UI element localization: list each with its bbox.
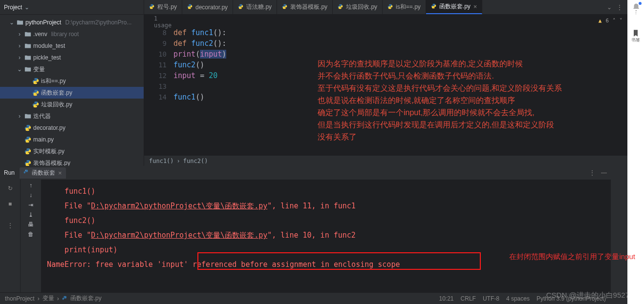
rerun-icon[interactable]: ↻ bbox=[4, 182, 17, 195]
tree-item[interactable]: ›迭代器 bbox=[0, 110, 144, 122]
close-icon[interactable]: × bbox=[473, 3, 477, 10]
scroll-end-icon[interactable]: ⤓ bbox=[28, 211, 33, 218]
run-label: Run bbox=[4, 169, 15, 176]
folder-icon bbox=[17, 19, 23, 26]
chevron-up-icon[interactable]: ˄ bbox=[613, 18, 616, 24]
annotation-2: 在封闭范围内赋值之前引用了变量input bbox=[509, 252, 635, 262]
crumb-sep: › bbox=[177, 158, 180, 164]
tree-label: is和==.py bbox=[41, 77, 66, 85]
tree-item[interactable]: decorator.py bbox=[0, 122, 144, 134]
down-icon[interactable]: ↓ bbox=[29, 192, 32, 199]
tree-item[interactable]: ›module_test bbox=[0, 40, 144, 52]
tree-item[interactable]: 装饰器模板.py bbox=[0, 157, 144, 166]
status-path-2[interactable]: 函数嵌套.py bbox=[70, 294, 102, 303]
editor-tab[interactable]: 垃圾回收.py bbox=[333, 0, 383, 14]
python-icon bbox=[238, 4, 243, 11]
project-tool-header[interactable]: Project ⌄ bbox=[0, 0, 144, 15]
editor-tab[interactable]: 语法糖.py bbox=[233, 0, 277, 14]
project-title: Project bbox=[4, 4, 22, 11]
console-line: File "D:\pycharm2\pythonProject\变量\函数嵌套.… bbox=[47, 199, 605, 213]
python-icon bbox=[24, 160, 31, 166]
chevron-down-icon[interactable]: ⌄ bbox=[607, 4, 612, 11]
caret-pos[interactable]: 10:21 bbox=[439, 295, 454, 302]
crumb-sep: › bbox=[38, 295, 40, 302]
chevron-right-icon: › bbox=[17, 54, 22, 61]
tree-label: 迭代器 bbox=[33, 112, 51, 121]
tree-item[interactable]: ⌄变量 bbox=[0, 63, 144, 75]
project-tree: ⌄ pythonProject D:\pycharm2\pythonPro...… bbox=[0, 15, 144, 166]
run-side-toolbar-2: ↑ ↓ ⇥ ⤓ 🖶 🗑 bbox=[21, 166, 41, 293]
status-bar: thonProject › 变量 › 函数嵌套.py 10:21 CRLF UT… bbox=[0, 292, 611, 304]
folder-icon bbox=[24, 54, 31, 61]
soft-wrap-icon[interactable]: ⇥ bbox=[28, 202, 33, 208]
line-number: 10 bbox=[144, 49, 173, 60]
tree-hint: library root bbox=[51, 31, 79, 38]
run-config-tab[interactable]: 函数嵌套 × bbox=[20, 167, 66, 179]
trash-icon[interactable]: 🗑 bbox=[28, 231, 34, 238]
folder-icon bbox=[24, 66, 31, 73]
tree-item[interactable]: ›pickle_test bbox=[0, 52, 144, 63]
console-line: func1() bbox=[47, 184, 605, 199]
inspection-strip[interactable]: ▲6 ˄˅ bbox=[599, 18, 623, 24]
console-output[interactable]: func1() File "D:\pycharm2\pythonProject\… bbox=[41, 166, 611, 293]
editor-tab[interactable]: 程号.py bbox=[144, 0, 182, 14]
tab-label: 程号.py bbox=[157, 3, 177, 11]
editor-tab[interactable]: is和==.py bbox=[383, 0, 426, 14]
print-icon[interactable]: 🖶 bbox=[28, 221, 34, 228]
folder-icon bbox=[24, 113, 31, 120]
indent[interactable]: 4 spaces bbox=[506, 295, 530, 302]
tree-item[interactable]: 垃圾回收.py bbox=[0, 99, 144, 110]
line-sep[interactable]: CRLF bbox=[461, 295, 476, 302]
python-icon bbox=[24, 136, 31, 143]
project-root[interactable]: ⌄ pythonProject D:\pycharm2\pythonPro... bbox=[0, 17, 144, 28]
gutter: 1 usage 891011121314 bbox=[144, 15, 173, 155]
folder-icon bbox=[24, 42, 31, 49]
breadcrumbs[interactable]: func1() › func2() bbox=[144, 155, 627, 166]
tree-label: module_test bbox=[33, 42, 65, 49]
line-number: 9 bbox=[144, 38, 173, 49]
warning-icon: ▲ bbox=[599, 18, 602, 24]
python-icon bbox=[149, 4, 154, 11]
more-icon[interactable]: ⋮ bbox=[617, 4, 623, 11]
bookmarks-item[interactable]: 书签 bbox=[629, 25, 643, 47]
crumb-1[interactable]: func2() bbox=[183, 158, 208, 164]
line-number: 8 bbox=[144, 27, 173, 38]
editor-tab[interactable]: decorator.py bbox=[182, 0, 233, 14]
tab-label: 装饰器模板.py bbox=[290, 3, 327, 11]
folder-icon bbox=[24, 31, 31, 38]
close-icon[interactable]: × bbox=[58, 169, 62, 177]
minimize-icon[interactable]: — bbox=[601, 169, 607, 176]
status-path-0[interactable]: thonProject bbox=[5, 295, 35, 302]
tree-item[interactable]: 函数嵌套.py bbox=[0, 87, 144, 99]
line-number: 11 bbox=[144, 60, 173, 70]
tree-label: 装饰器模板.py bbox=[33, 159, 70, 166]
python-icon bbox=[24, 124, 31, 131]
tree-item[interactable]: 实时模板.py bbox=[0, 145, 144, 157]
notifications-icon[interactable] bbox=[632, 3, 641, 13]
usage-hint[interactable]: 1 usage bbox=[144, 17, 173, 27]
python-icon bbox=[23, 169, 29, 176]
up-icon[interactable]: ↑ bbox=[29, 182, 32, 189]
code-content[interactable]: def func1(): def func2(): print(input) f… bbox=[173, 15, 627, 155]
more-icon[interactable]: ⋮ bbox=[4, 219, 17, 232]
encoding[interactable]: UTF-8 bbox=[483, 295, 499, 302]
line-number: 14 bbox=[144, 92, 173, 102]
editor-tab[interactable]: 函数嵌套.py× bbox=[426, 0, 483, 14]
tree-label: .venv bbox=[33, 31, 47, 38]
more-icon[interactable]: ⋮ bbox=[589, 169, 595, 176]
python-icon bbox=[32, 78, 39, 84]
chevron-right-icon: › bbox=[17, 31, 22, 38]
chevron-down-icon[interactable]: ˅ bbox=[620, 18, 623, 24]
editor-tabs: 程号.pydecorator.py语法糖.py装饰器模板.py垃圾回收.pyis… bbox=[144, 0, 627, 15]
stop-icon[interactable]: ■ bbox=[4, 198, 17, 210]
status-path-1[interactable]: 变量 bbox=[43, 294, 54, 303]
tree-item[interactable]: ›.venvlibrary root bbox=[0, 28, 144, 40]
tree-item[interactable]: is和==.py bbox=[0, 75, 144, 87]
tree-item[interactable]: main.py bbox=[0, 134, 144, 145]
crumb-0[interactable]: func1() bbox=[149, 158, 174, 164]
tree-label: 垃圾回收.py bbox=[41, 101, 72, 109]
watermark: CSDN @进击的小白9527 bbox=[546, 291, 629, 300]
editor-tab[interactable]: 装饰器模板.py bbox=[277, 0, 333, 14]
code-editor[interactable]: 1 usage 891011121314 def func1(): def fu… bbox=[144, 15, 627, 155]
tree-label: main.py bbox=[33, 136, 54, 143]
